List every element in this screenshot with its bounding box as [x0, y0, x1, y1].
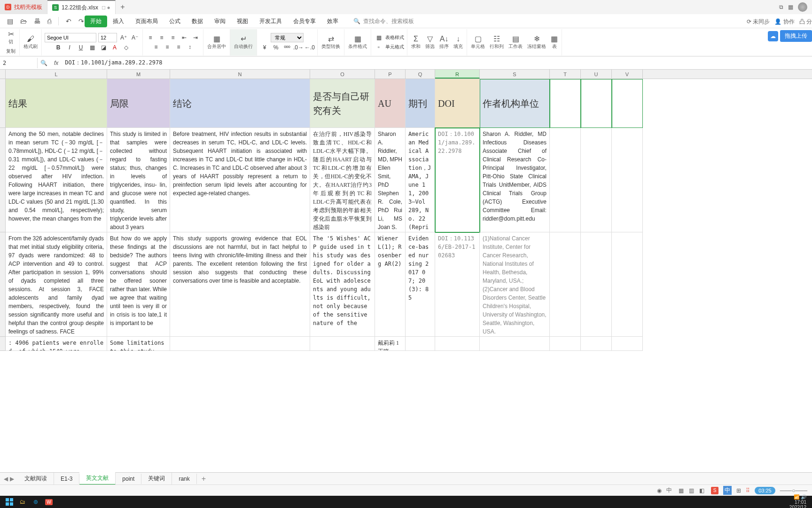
- italic-icon[interactable]: I: [65, 43, 74, 52]
- edge-icon[interactable]: ⊚: [29, 497, 42, 507]
- align-center-icon[interactable]: ≡: [163, 43, 172, 51]
- colhead-V[interactable]: V: [612, 70, 643, 79]
- tab-file-active[interactable]: S 12.22组会.xlsx □ ●: [47, 0, 116, 14]
- tab-scroll-left-icon[interactable]: ◀: [4, 476, 8, 482]
- cell-S4[interactable]: [480, 337, 550, 351]
- ribbon-tab-start[interactable]: 开始: [85, 16, 107, 27]
- comma-icon[interactable]: ººº: [282, 43, 292, 52]
- spreadsheet-grid[interactable]: L M N O P Q R S T U V 结果 局限 结论 是否与自己研究有关…: [0, 70, 812, 351]
- hdr-relevance[interactable]: 是否与自己研究有关: [310, 79, 375, 128]
- colhead-M[interactable]: M: [107, 70, 170, 79]
- cut-button[interactable]: ✂切: [7, 29, 15, 46]
- view-custom-icon[interactable]: ◧: [697, 486, 706, 495]
- menu-icon[interactable]: ▤: [7, 17, 13, 25]
- cell-U3[interactable]: [581, 232, 612, 337]
- font-color-icon[interactable]: A: [110, 43, 119, 52]
- rowcol-button[interactable]: ☷行和列: [489, 33, 505, 51]
- align-bottom-icon[interactable]: ≡: [168, 33, 178, 42]
- sync-status[interactable]: ⟳ 未同步: [747, 18, 770, 26]
- ribbon-tab-data[interactable]: 数据: [186, 16, 209, 27]
- ribbon-tab-efficiency[interactable]: 效率: [321, 16, 344, 27]
- sogou-icon[interactable]: S: [711, 487, 718, 494]
- table-button[interactable]: ▦表: [550, 33, 559, 51]
- cell-L4[interactable]: : 4906 patients were enrolled, of which …: [6, 337, 107, 351]
- dec-dec-icon[interactable]: ←.0: [305, 43, 314, 52]
- colhead-P[interactable]: P: [375, 70, 406, 79]
- format-painter-button[interactable]: 🖌格式刷: [23, 34, 39, 51]
- number-format-select[interactable]: 常规: [271, 33, 304, 42]
- view-pagelayout-icon[interactable]: ▥: [687, 486, 696, 495]
- print-icon[interactable]: 🖶: [34, 17, 40, 25]
- underline-icon[interactable]: U: [76, 43, 86, 52]
- ribbon-tab-view[interactable]: 视图: [231, 16, 254, 27]
- sheet-tab-1[interactable]: 文献阅读: [18, 473, 54, 484]
- wps-icon[interactable]: W: [42, 497, 55, 507]
- copy-button[interactable]: 复制: [5, 47, 16, 56]
- cond-format-button[interactable]: ▦条件格式: [347, 33, 368, 51]
- add-sheet-button[interactable]: +: [197, 475, 211, 483]
- print-preview-icon[interactable]: ⎙: [47, 17, 51, 25]
- bold-icon[interactable]: B: [54, 43, 63, 52]
- cell-T2[interactable]: [550, 128, 581, 232]
- redo-icon[interactable]: ↷: [78, 17, 84, 25]
- cell-P2[interactable]: Sharon A. Riddler, MD, MPH Ellen Smit, P…: [375, 128, 406, 232]
- fill-button[interactable]: ↓填充: [453, 34, 464, 51]
- hdr-V[interactable]: [612, 79, 643, 128]
- cell-L3[interactable]: From the 326 adolescent/family dyads tha…: [6, 232, 107, 337]
- cell-T3[interactable]: [550, 232, 581, 337]
- cell-M2[interactable]: This study is limited in that samples we…: [107, 128, 170, 232]
- freeze-button[interactable]: ❄冻结窗格: [526, 33, 547, 51]
- cell-V4[interactable]: [612, 337, 643, 351]
- zoom-out-fx-icon[interactable]: 🔍: [38, 60, 50, 66]
- decrease-font-icon[interactable]: A⁻: [130, 33, 140, 42]
- sheet-tab-6[interactable]: rank: [172, 474, 196, 484]
- zoom-slider[interactable]: ───○───: [780, 487, 807, 494]
- cell-N4[interactable]: [170, 337, 310, 351]
- cell-format-icon[interactable]: ▫: [374, 43, 383, 51]
- sheet-tab-4[interactable]: point: [116, 474, 141, 484]
- increase-font-icon[interactable]: A⁺: [119, 33, 128, 42]
- open-icon[interactable]: 🗁: [20, 17, 27, 25]
- cell-P4[interactable]: 戴莉莉 1 王晓: [375, 337, 406, 351]
- appgrid-icon[interactable]: ▦: [788, 4, 793, 10]
- type-convert-button[interactable]: ⇄类型转换: [320, 33, 341, 51]
- clear-format-icon[interactable]: ◇: [121, 43, 131, 52]
- orientation-icon[interactable]: ↕: [185, 43, 195, 51]
- eye-icon[interactable]: ◉: [657, 487, 662, 494]
- colhead-O[interactable]: O: [310, 70, 375, 79]
- undo-icon[interactable]: ↶: [66, 17, 71, 25]
- ribbon-tab-insert[interactable]: 插入: [107, 16, 130, 27]
- colhead-L[interactable]: L: [6, 70, 107, 79]
- colhead-S[interactable]: S: [480, 70, 550, 79]
- cell-N2[interactable]: Before treatment, HIV infection results …: [170, 128, 310, 232]
- cell-P3[interactable]: Wiener L(1); Rosenberg AR(2): [375, 232, 406, 337]
- cell-T4[interactable]: [550, 337, 581, 351]
- cell-R2-selected[interactable]: DOI：10.1001/jama.289.22.2978: [435, 128, 480, 232]
- sheet-tab-3-active[interactable]: 英文文献: [79, 472, 116, 485]
- ribbon-tab-vip[interactable]: 会员专享: [288, 16, 321, 27]
- merge-center-button[interactable]: ▦合并居中: [206, 33, 227, 51]
- colhead-T[interactable]: T: [550, 70, 581, 79]
- colhead-U[interactable]: U: [581, 70, 612, 79]
- cloud-icon[interactable]: ☁: [768, 31, 778, 41]
- hdr-doi[interactable]: DOI: [435, 79, 480, 128]
- cell-N3[interactable]: This study supports growing evidence tha…: [170, 232, 310, 337]
- hdr-journal[interactable]: 期刊: [406, 79, 435, 128]
- sheet-tab-2[interactable]: E1-3: [54, 474, 79, 484]
- colhead-R[interactable]: R: [435, 70, 480, 79]
- cell-V3[interactable]: [612, 232, 643, 337]
- cell-V2[interactable]: [612, 128, 643, 232]
- cell-U2[interactable]: [581, 128, 612, 232]
- cell-O3[interactable]: The '5 Wishes' ACP guide used in this st…: [310, 232, 375, 337]
- sum-button[interactable]: Σ求和: [410, 34, 422, 51]
- align-top-icon[interactable]: ≡: [146, 33, 155, 42]
- grid-view-icon[interactable]: ⊞: [736, 487, 741, 494]
- cell-O4[interactable]: [310, 337, 375, 351]
- hdr-limitations[interactable]: 局限: [107, 79, 170, 128]
- worksheet-button[interactable]: ▤工作表: [508, 33, 523, 51]
- cell-U4[interactable]: [581, 337, 612, 351]
- cell-S2[interactable]: Sharon A. Riddler, MD Infectious Disease…: [480, 128, 550, 232]
- colhead-N[interactable]: N: [170, 70, 310, 79]
- cell-button[interactable]: ▢单元格: [470, 33, 486, 51]
- tab-scroll-right-icon[interactable]: ▶: [10, 476, 14, 482]
